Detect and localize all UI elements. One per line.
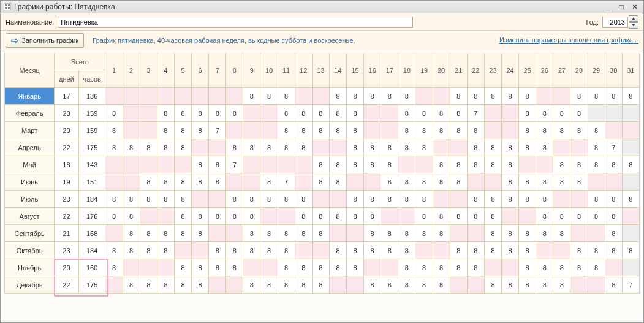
day-cell[interactable]: 8: [260, 276, 278, 294]
day-cell[interactable]: [243, 105, 260, 122]
day-cell[interactable]: 8: [519, 225, 536, 242]
day-cell[interactable]: 8: [329, 122, 346, 139]
day-cell[interactable]: 8: [226, 139, 243, 156]
day-cell[interactable]: [123, 122, 140, 139]
day-cell[interactable]: 8: [570, 122, 588, 139]
day-cell[interactable]: [519, 156, 536, 173]
month-cell[interactable]: Январь: [5, 88, 55, 105]
day-cell[interactable]: 8: [570, 173, 588, 191]
col-day-13[interactable]: 13: [312, 53, 329, 88]
day-cell[interactable]: 8: [536, 173, 553, 191]
day-cell[interactable]: 8: [536, 122, 553, 139]
day-cell[interactable]: 8: [605, 156, 622, 173]
day-cell[interactable]: 8: [536, 105, 553, 122]
day-cell[interactable]: [553, 139, 570, 156]
day-cell[interactable]: 8: [140, 225, 157, 242]
day-cell[interactable]: 8: [381, 276, 398, 294]
day-cell[interactable]: 8: [450, 88, 467, 105]
day-cell[interactable]: 8: [140, 139, 157, 156]
day-cell[interactable]: 8: [123, 225, 140, 242]
month-cell[interactable]: Июль: [5, 191, 55, 208]
day-cell[interactable]: [502, 208, 519, 225]
day-cell[interactable]: [278, 156, 295, 173]
day-cell[interactable]: [140, 156, 157, 173]
day-cell[interactable]: 8: [312, 208, 329, 225]
day-cell[interactable]: 8: [226, 191, 243, 208]
hours-cell[interactable]: 176: [78, 208, 105, 225]
day-cell[interactable]: 8: [347, 105, 364, 122]
table-row[interactable]: Декабрь221758888888888888888888887: [5, 276, 640, 294]
table-row[interactable]: Февраль2015988888888888888878888: [5, 105, 640, 122]
day-cell[interactable]: 8: [467, 139, 484, 156]
day-cell[interactable]: 8: [226, 105, 243, 122]
day-cell[interactable]: 8: [467, 122, 484, 139]
year-spin-down[interactable]: ▼: [629, 22, 638, 29]
day-cell[interactable]: [605, 173, 622, 191]
hours-cell[interactable]: 136: [78, 88, 105, 105]
day-cell[interactable]: 8: [312, 259, 329, 276]
day-cell[interactable]: 8: [312, 105, 329, 122]
col-total-header[interactable]: Всего: [55, 53, 105, 70]
day-cell[interactable]: 8: [347, 191, 364, 208]
day-cell[interactable]: 8: [536, 191, 553, 208]
day-cell[interactable]: 8: [105, 191, 123, 208]
day-cell[interactable]: 8: [157, 173, 174, 191]
day-cell[interactable]: 8: [192, 276, 209, 294]
day-cell[interactable]: 8: [536, 276, 553, 294]
month-cell[interactable]: Март: [5, 122, 55, 139]
day-cell[interactable]: 8: [157, 139, 174, 156]
hours-cell[interactable]: 184: [78, 242, 105, 259]
day-cell[interactable]: 8: [347, 208, 364, 225]
day-cell[interactable]: 8: [553, 173, 570, 191]
day-cell[interactable]: 8: [364, 208, 381, 225]
year-input[interactable]: [602, 17, 628, 28]
day-cell[interactable]: 8: [622, 191, 639, 208]
day-cell[interactable]: 8: [415, 208, 433, 225]
day-cell[interactable]: 8: [553, 105, 570, 122]
day-cell[interactable]: [192, 88, 209, 105]
day-cell[interactable]: 8: [536, 139, 553, 156]
day-cell[interactable]: 8: [398, 173, 415, 191]
fill-schedule-button[interactable]: ⇨ Заполнить график: [6, 33, 84, 48]
day-cell[interactable]: [605, 105, 622, 122]
day-cell[interactable]: [174, 156, 191, 173]
day-cell[interactable]: [622, 122, 639, 139]
day-cell[interactable]: [588, 276, 605, 294]
day-cell[interactable]: 8: [123, 139, 140, 156]
day-cell[interactable]: 8: [243, 225, 260, 242]
day-cell[interactable]: [174, 242, 191, 259]
day-cell[interactable]: [123, 156, 140, 173]
day-cell[interactable]: 8: [123, 242, 140, 259]
day-cell[interactable]: [243, 173, 260, 191]
day-cell[interactable]: 8: [192, 225, 209, 242]
day-cell[interactable]: 8: [467, 242, 484, 259]
day-cell[interactable]: 8: [295, 122, 312, 139]
day-cell[interactable]: [295, 88, 312, 105]
day-cell[interactable]: 8: [467, 156, 484, 173]
day-cell[interactable]: 8: [605, 225, 622, 242]
col-days-header[interactable]: дней: [55, 70, 79, 88]
day-cell[interactable]: 8: [519, 259, 536, 276]
day-cell[interactable]: [502, 105, 519, 122]
col-day-9[interactable]: 9: [243, 53, 260, 88]
day-cell[interactable]: 8: [381, 173, 398, 191]
day-cell[interactable]: 8: [105, 139, 123, 156]
day-cell[interactable]: [140, 208, 157, 225]
day-cell[interactable]: [209, 139, 226, 156]
day-cell[interactable]: 8: [209, 259, 226, 276]
month-cell[interactable]: Октябрь: [5, 242, 55, 259]
day-cell[interactable]: 8: [278, 122, 295, 139]
col-day-28[interactable]: 28: [570, 53, 588, 88]
day-cell[interactable]: [433, 242, 450, 259]
day-cell[interactable]: 8: [243, 276, 260, 294]
day-cell[interactable]: 8: [398, 242, 415, 259]
hours-cell[interactable]: 175: [78, 276, 105, 294]
day-cell[interactable]: [622, 173, 639, 191]
day-cell[interactable]: 8: [433, 276, 450, 294]
day-cell[interactable]: 8: [364, 156, 381, 173]
day-cell[interactable]: 8: [450, 122, 467, 139]
day-cell[interactable]: 8: [329, 88, 346, 105]
day-cell[interactable]: 8: [622, 242, 639, 259]
day-cell[interactable]: [433, 88, 450, 105]
day-cell[interactable]: 8: [295, 208, 312, 225]
